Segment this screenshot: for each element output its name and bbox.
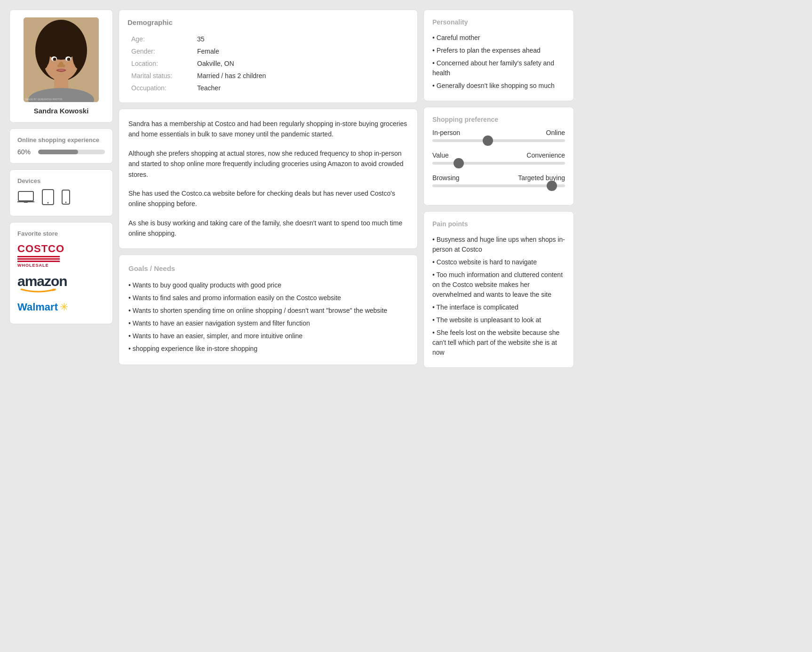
list-item: shopping experience like in-store shoppi…	[128, 342, 408, 355]
slider-right-label: Convenience	[526, 151, 565, 159]
personality-title: Personality	[432, 18, 565, 26]
slider-track[interactable]	[432, 184, 565, 187]
devices-row	[17, 189, 105, 208]
slider-right-label: Targeted buying	[518, 174, 565, 182]
right-column: Personality Careful mother Prefers to pl…	[423, 9, 574, 368]
table-row: Occupation: Teacher	[127, 82, 409, 94]
field-value: Oakville, ON	[193, 57, 409, 70]
table-row: Age: 35	[127, 33, 409, 45]
slider-left-label: In-person	[432, 129, 460, 136]
field-label: Location:	[127, 57, 193, 70]
list-item: Costco website is hard to navigate	[432, 256, 565, 269]
progress-row: 60%	[17, 148, 105, 156]
walmart-logo: Walmart ✳	[17, 301, 105, 313]
field-value: Teacher	[193, 82, 409, 94]
list-item: The interface is complicated	[432, 301, 565, 314]
slider-labels: Value Convenience	[432, 151, 565, 159]
costco-logo: COSTCO WHOLESALE	[17, 243, 105, 268]
table-row: Marital status: Married / has 2 children	[127, 70, 409, 82]
goals-card: Goals / Needs Wants to buy good quality …	[119, 254, 418, 365]
slider-thumb[interactable]	[454, 158, 464, 168]
svg-point-17	[47, 64, 55, 68]
walmart-spark: ✳	[60, 301, 68, 313]
middle-column: Demographic Age: 35 Gender: Female Locat…	[119, 9, 418, 368]
goals-list: Wants to buy good quality products with …	[128, 279, 408, 355]
svg-point-15	[57, 64, 60, 67]
list-item: Wants to have an easier, simpler, and mo…	[128, 330, 408, 342]
field-value: 35	[193, 33, 409, 45]
field-label: Occupation:	[127, 82, 193, 94]
amazon-text: amazon	[17, 273, 67, 289]
svg-point-16	[62, 64, 65, 67]
costco-wholesale: WHOLESALE	[17, 263, 64, 268]
field-value: Female	[193, 45, 409, 57]
costco-text: COSTCO	[17, 243, 64, 255]
table-row: Location: Oakville, ON	[127, 57, 409, 70]
slider-left-label: Browsing	[432, 174, 460, 182]
slider-row-browsing-targeted: Browsing Targeted buying	[432, 174, 565, 187]
slider-labels: In-person Online	[432, 129, 565, 136]
list-item: Too much information and cluttered conte…	[432, 269, 565, 301]
slider-track[interactable]	[432, 139, 565, 142]
slider-thumb[interactable]	[547, 181, 557, 191]
demographic-table: Age: 35 Gender: Female Location: Oakvill…	[127, 33, 409, 94]
list-item: Generally doesn't like shopping so much	[432, 80, 565, 92]
bio-paragraph-2: Although she prefers shopping at actual …	[128, 148, 408, 180]
personality-card: Personality Careful mother Prefers to pl…	[423, 9, 574, 101]
pain-list: Busyness and huge line ups when shops in…	[432, 233, 565, 359]
favorite-store-card: Favorite store COSTCO WHOLESALE	[9, 222, 113, 324]
online-shopping-label: Online shopping experience	[17, 136, 105, 143]
phone-icon	[62, 190, 70, 208]
svg-point-10	[53, 58, 56, 61]
svg-point-13	[69, 58, 70, 59]
list-item: Busyness and huge line ups when shops in…	[432, 233, 565, 256]
laptop-icon	[17, 191, 34, 207]
shopping-preference-card: Shopping preference In-person Online Val…	[423, 107, 574, 206]
slider-row-value-convenience: Value Convenience	[432, 151, 565, 165]
svg-rect-20	[18, 191, 33, 201]
costco-line-3	[17, 261, 60, 262]
pain-points-card: Pain points Busyness and huge line ups w…	[423, 211, 574, 368]
list-item: The website is unpleasant to look at	[432, 314, 565, 326]
walmart-text: Walmart	[17, 301, 58, 313]
tablet-icon	[42, 189, 54, 208]
bio-card: Sandra has a membership at Costco and ha…	[119, 109, 418, 249]
bio-paragraph-4: As she is busy working and taking care o…	[128, 218, 408, 239]
profile-card: IMAGE BY GENERATED PHOTOS Sandra Kowoski	[9, 9, 113, 123]
list-item: Wants to find sales and promo informatio…	[128, 292, 408, 304]
table-row: Gender: Female	[127, 45, 409, 57]
svg-point-18	[68, 64, 75, 68]
slider-track[interactable]	[432, 162, 565, 165]
progress-bar-fill	[38, 150, 78, 154]
goals-title: Goals / Needs	[128, 264, 408, 272]
personality-list: Careful mother Prefers to plan the expen…	[432, 32, 565, 92]
slider-right-label: Online	[546, 129, 565, 136]
list-item: She feels lost on the website because sh…	[432, 326, 565, 359]
svg-point-11	[67, 58, 71, 61]
pain-points-title: Pain points	[432, 220, 565, 228]
slider-labels: Browsing Targeted buying	[432, 174, 565, 182]
svg-text:IMAGE BY GENERATED PHOTOS: IMAGE BY GENERATED PHOTOS	[25, 98, 63, 101]
devices-card: Devices	[9, 169, 113, 216]
slider-thumb[interactable]	[483, 135, 493, 146]
list-item: Wants to buy good quality products with …	[128, 279, 408, 292]
list-item: Concerned about her family's safety and …	[432, 57, 565, 80]
left-column: IMAGE BY GENERATED PHOTOS Sandra Kowoski…	[9, 9, 113, 368]
svg-point-24	[48, 202, 49, 204]
progress-bar-bg	[38, 150, 105, 154]
slider-left-label: Value	[432, 151, 449, 159]
svg-rect-22	[24, 202, 28, 203]
demographic-title: Demographic	[127, 18, 409, 26]
favorite-store-label: Favorite store	[17, 230, 105, 237]
list-item: Prefers to plan the expenses ahead	[432, 44, 565, 57]
avatar: IMAGE BY GENERATED PHOTOS	[24, 17, 99, 102]
bio-paragraph-1: Sandra has a membership at Costco and ha…	[128, 119, 408, 140]
bio-paragraph-3: She has used the Costco.ca website befor…	[128, 188, 408, 209]
amazon-logo: amazon	[17, 273, 105, 295]
online-shopping-card: Online shopping experience 60%	[9, 128, 113, 164]
shopping-pref-title: Shopping preference	[432, 116, 565, 123]
svg-point-26	[65, 202, 67, 203]
list-item: Careful mother	[432, 32, 565, 44]
field-label: Marital status:	[127, 70, 193, 82]
field-label: Age:	[127, 33, 193, 45]
